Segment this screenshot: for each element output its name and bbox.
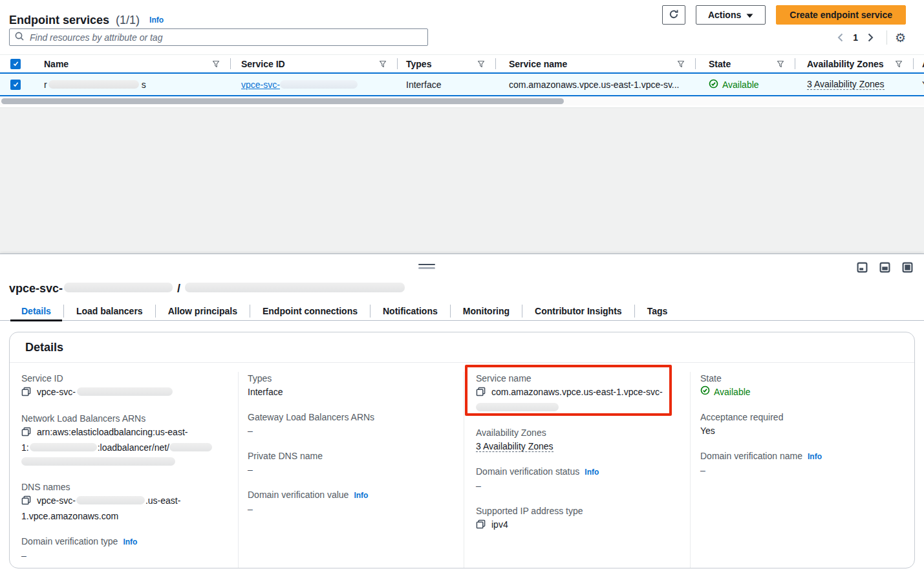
split-panel: vpce-svc-/ Details Load balancers Allow … xyxy=(0,254,924,573)
search-icon xyxy=(15,32,24,43)
field-availability-zones: Availability Zones 3 Availability Zones xyxy=(476,426,680,453)
row-service-name-cell: com.amazonaws.vpce.us-east-1.vpce-sv... xyxy=(495,74,695,95)
column-header-state[interactable]: State xyxy=(695,55,795,72)
redacted-text xyxy=(64,283,173,292)
column-header-service-id[interactable]: Service ID xyxy=(230,55,397,72)
status-available-icon xyxy=(709,79,718,91)
table-row[interactable]: r s vpce-svc- Interface com.amazonaws.vp… xyxy=(0,72,924,96)
field-dns-names: DNS names vpce-svc-.us-east- 1.vpce.amaz… xyxy=(21,481,225,523)
copy-icon[interactable] xyxy=(476,388,486,398)
pager-divider xyxy=(886,30,887,45)
row-checkbox[interactable] xyxy=(10,80,21,90)
field-types: Types Interface xyxy=(248,372,453,399)
tab-bar-divider xyxy=(0,320,924,321)
row-select-cell xyxy=(0,74,31,95)
redacted-text xyxy=(30,443,97,451)
service-id-link[interactable]: vpce-svc- xyxy=(241,80,358,90)
column-header-name[interactable]: Name xyxy=(31,55,230,72)
copy-icon[interactable] xyxy=(476,521,486,531)
panel-size-full-icon[interactable] xyxy=(902,262,913,273)
redacted-text xyxy=(48,80,139,89)
row-types-cell: Interface xyxy=(397,74,495,95)
filter-icon[interactable] xyxy=(379,60,387,68)
info-link[interactable]: Info xyxy=(354,491,368,500)
select-all-cell xyxy=(0,55,31,72)
filter-icon[interactable] xyxy=(777,60,784,68)
panel-position-bottom-icon[interactable] xyxy=(857,262,868,273)
redacted-text xyxy=(185,283,405,292)
table-header-row: Name Service ID Types Service name State… xyxy=(0,54,924,72)
panel-size-half-icon[interactable] xyxy=(879,262,890,273)
filter-icon[interactable] xyxy=(677,60,685,68)
select-all-checkbox[interactable] xyxy=(10,59,21,69)
next-page-button[interactable] xyxy=(863,30,879,45)
caret-down-icon xyxy=(746,10,753,20)
details-column-1: Service ID vpce-svc- Network Load Balanc… xyxy=(10,372,238,568)
split-panel-layout-buttons xyxy=(857,262,913,273)
search-box xyxy=(9,28,428,46)
field-domain-verification-name: Domain verification nameInfo – xyxy=(700,449,904,477)
status-badge: Available xyxy=(722,80,759,90)
field-domain-verification-type: Domain verification typeInfo – xyxy=(21,535,225,563)
page-title-text: Endpoint services xyxy=(9,14,109,27)
resource-count: (1/1) xyxy=(116,14,140,27)
info-link[interactable]: Info xyxy=(123,537,137,546)
tab-contributor-insights[interactable]: Contributor Insights xyxy=(522,302,634,320)
copy-icon[interactable] xyxy=(21,497,31,507)
tab-tags[interactable]: Tags xyxy=(635,302,680,320)
info-link[interactable]: Info xyxy=(808,452,822,461)
actions-button[interactable]: Actions xyxy=(696,5,766,25)
field-domain-verification-status: Domain verification statusInfo – xyxy=(476,465,680,493)
redacted-text xyxy=(169,443,212,451)
row-state-cell: Available xyxy=(695,74,795,95)
copy-icon[interactable] xyxy=(21,428,31,438)
horizontal-scrollbar xyxy=(0,97,924,105)
details-card: Details Service ID vpce-svc- Network Loa… xyxy=(9,332,915,568)
column-header-service-name[interactable]: Service name xyxy=(495,55,695,72)
availability-zones-popover-link[interactable]: 3 Availability Zones xyxy=(807,79,885,90)
tab-endpoint-connections[interactable]: Endpoint connections xyxy=(250,302,370,320)
tab-bar: Details Load balancers Allow principals … xyxy=(9,302,915,320)
info-link[interactable]: Info xyxy=(149,16,164,25)
tab-details[interactable]: Details xyxy=(9,302,63,320)
field-state: State Available xyxy=(700,372,904,399)
row-service-id-cell: vpce-svc- xyxy=(230,74,397,95)
field-service-name: Service name com.amazonaws.vpce.us-east-… xyxy=(476,372,680,415)
field-supported-ip-address-type: Supported IP address type ipv4 xyxy=(476,504,680,533)
details-column-3: Service name com.amazonaws.vpce.us-east-… xyxy=(464,372,690,568)
redacted-text xyxy=(476,403,559,411)
prev-page-button[interactable] xyxy=(832,30,848,45)
field-domain-verification-value: Domain verification valueInfo – xyxy=(248,488,453,516)
availability-zones-popover-link[interactable]: 3 Availability Zones xyxy=(476,441,553,452)
info-link[interactable]: Info xyxy=(585,468,599,477)
create-endpoint-service-button[interactable]: Create endpoint service xyxy=(776,5,906,25)
redacted-text xyxy=(76,496,145,504)
tab-notifications[interactable]: Notifications xyxy=(371,302,450,320)
settings-gear-icon[interactable]: ⚙ xyxy=(895,32,906,44)
horizontal-scrollbar-thumb[interactable] xyxy=(1,98,564,104)
search-input[interactable] xyxy=(28,32,422,43)
tab-monitoring[interactable]: Monitoring xyxy=(451,302,522,320)
filter-icon[interactable] xyxy=(895,60,903,68)
column-header-acceptance-clipped[interactable]: A xyxy=(913,55,924,72)
field-private-dns-name: Private DNS name – xyxy=(248,449,453,477)
split-panel-title: vpce-svc-/ xyxy=(9,282,405,296)
column-header-types[interactable]: Types xyxy=(397,55,495,72)
pagination: 1 ⚙ xyxy=(832,29,906,46)
details-grid: Service ID vpce-svc- Network Load Balanc… xyxy=(10,363,914,568)
split-panel-drag-handle[interactable] xyxy=(418,264,435,269)
redacted-text xyxy=(77,387,173,396)
column-header-availability-zones[interactable]: Availability Zones xyxy=(795,55,913,72)
field-glb-arns: Gateway Load Balancers ARNs – xyxy=(248,411,453,438)
filter-icon[interactable] xyxy=(477,60,485,68)
row-availability-zones-cell: 3 Availability Zones xyxy=(795,74,913,95)
refresh-button[interactable] xyxy=(662,5,685,25)
tab-allow-principals[interactable]: Allow principals xyxy=(156,302,250,320)
page-title: Endpoint services (1/1) Info xyxy=(9,14,164,27)
copy-icon[interactable] xyxy=(21,388,31,398)
refresh-icon xyxy=(669,9,679,21)
row-acceptance-cell-clipped: Y xyxy=(913,74,924,95)
filter-icon[interactable] xyxy=(212,60,220,68)
tab-load-balancers[interactable]: Load balancers xyxy=(64,302,155,320)
current-page-number[interactable]: 1 xyxy=(853,32,858,43)
